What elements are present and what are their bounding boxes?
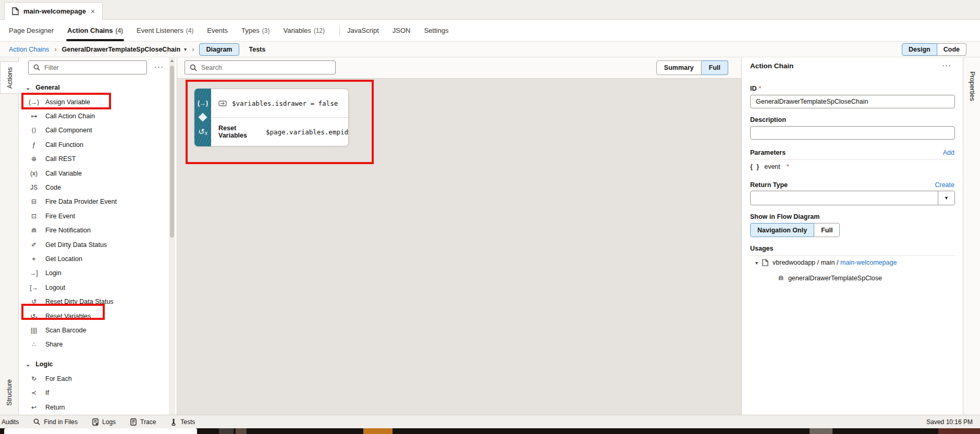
breadcrumb-chain-name[interactable]: GeneralDrawerTemplateSpCloseChain (62, 46, 180, 53)
canvas-search-field[interactable] (185, 60, 336, 75)
canvas-search-input[interactable] (201, 64, 321, 71)
section-general[interactable]: ⌄ General (19, 80, 168, 95)
chevron-down-icon[interactable]: ▼ (938, 191, 954, 205)
file-icon (12, 7, 19, 15)
usages-divider (750, 255, 955, 256)
sidebar-item-call-rest[interactable]: ⊕ Call REST (19, 152, 168, 166)
taskbar-search-pill[interactable] (4, 428, 197, 434)
logs-button[interactable]: Logs (92, 418, 116, 426)
action-item-label: If (45, 389, 49, 396)
trace-button[interactable]: Trace (130, 418, 156, 426)
usage-page-row[interactable]: ▾ vbredwoodapp / main / main-welcomepage (755, 259, 897, 266)
flow-diagram-label: Show in Flow Diagram (750, 213, 819, 220)
sidebar-item-code[interactable]: JS Code (19, 180, 168, 194)
create-type-link[interactable]: Create (935, 181, 954, 189)
share-icon: ∴ (28, 341, 40, 348)
sidebar-item-fire-event[interactable]: ⊡ Fire Event (19, 209, 168, 223)
close-icon[interactable]: × (91, 7, 95, 16)
diagram-canvas[interactable]: Summary Full (→) $variables.isdrawer = f… (177, 57, 741, 415)
properties-overflow-menu-icon[interactable]: ··· (942, 60, 951, 69)
diagram-view-button[interactable]: Diagram (199, 43, 239, 56)
flask-icon (170, 418, 177, 426)
usage-page-link[interactable]: main-welcomepage (840, 259, 897, 266)
sidebar-item-reset-dirty-data-status[interactable]: ↺ Reset Dirty Data Status (19, 294, 168, 308)
sidebar-item-get-dirty-data-status[interactable]: ✐ Get Dirty Data Status (19, 238, 168, 252)
section-logic[interactable]: ⌄ Logic (19, 357, 168, 371)
tab-javascript[interactable]: JavaScript (347, 20, 379, 41)
tab-variables[interactable]: Variables(12) (283, 20, 325, 41)
sidebar-item-get-location[interactable]: ⌖ Get Location (19, 252, 168, 266)
tests-button[interactable]: Tests (170, 418, 195, 426)
sidebar-item-call-action-chain[interactable]: ⊶ Call Action Chain (19, 109, 168, 123)
design-mode-button[interactable]: Design (902, 43, 937, 56)
filter-field[interactable] (28, 60, 147, 75)
breadcrumb-action-chains-link[interactable]: Action Chains (9, 46, 49, 53)
summary-toggle-button[interactable]: Summary (656, 60, 702, 75)
scrollbar-thumb[interactable] (170, 66, 174, 238)
sidebar-item-share[interactable]: ∴ Share (19, 338, 168, 352)
logout-icon: [→ (28, 284, 40, 291)
sidebar-item-return[interactable]: ↩ Return (19, 400, 168, 414)
panel-scrollbar[interactable] (169, 57, 175, 415)
sidebar-item-call-variable[interactable]: (x) Call Variable (19, 166, 168, 180)
full-flow-button[interactable]: Full (814, 223, 840, 237)
summary-full-toggle: Summary Full (656, 60, 728, 75)
tests-view-button[interactable]: Tests (242, 43, 273, 56)
properties-rail-tab[interactable]: Properties (963, 63, 980, 109)
notification-bell-icon: ⋒ (778, 274, 784, 282)
code-mode-button[interactable]: Code (937, 43, 966, 56)
tree-expand-caret-icon[interactable]: ▾ (755, 260, 758, 266)
audits-button[interactable]: Audits (2, 418, 19, 426)
full-toggle-button[interactable]: Full (702, 60, 728, 75)
reset-variables-node[interactable]: ↺ₓ Reset Variables $page.variables.empid (194, 117, 349, 146)
tab-action-chains[interactable]: Action Chains(4) (67, 20, 123, 41)
sidebar-item-fire-data-provider-event[interactable]: ⊟ Fire Data Provider Event (19, 195, 168, 209)
action-item-label: Share (45, 341, 63, 348)
get-location-pin-icon: ⌖ (28, 255, 40, 263)
tab-events[interactable]: Events (207, 20, 228, 41)
return-type-combobox[interactable]: ▼ (750, 191, 955, 205)
return-type-input[interactable] (751, 191, 938, 205)
sidebar-item-reset-variables[interactable]: ↺ₓ Reset Variables (19, 309, 168, 323)
sidebar-item-for-each[interactable]: ↻ For Each (19, 371, 168, 386)
navigation-only-button[interactable]: Navigation Only (750, 223, 814, 237)
action-item-label: Code (45, 184, 61, 191)
tab-settings[interactable]: Settings (424, 20, 448, 41)
assign-variable-node[interactable]: (→) $variables.isdrawer = false (194, 89, 349, 117)
palette-overflow-menu-icon[interactable]: ··· (152, 59, 166, 73)
sidebar-item-scan-barcode[interactable]: |||| Scan Barcode (19, 323, 168, 337)
sidebar-item-assign-variable[interactable]: (→) Assign Variable (19, 95, 168, 109)
event-parameter-row[interactable]: { } event * (750, 163, 789, 170)
description-input[interactable] (750, 126, 955, 140)
sidebar-item-call-function[interactable]: ƒ Call Function (19, 138, 168, 152)
id-input[interactable] (750, 95, 955, 108)
filter-input[interactable] (44, 64, 133, 71)
structure-rail-tab[interactable]: Structure (0, 374, 19, 411)
tab-types[interactable]: Types(3) (241, 20, 270, 41)
object-braces-icon: { } (750, 163, 760, 170)
tab-event-listeners[interactable]: Event Listeners(4) (137, 20, 193, 41)
find-in-files-button[interactable]: Find in Files (33, 418, 78, 426)
sidebar-item-if[interactable]: ≺ If (19, 386, 168, 400)
taskbar-segment (938, 428, 980, 434)
taskbar-segment (810, 428, 832, 434)
actions-rail-tab[interactable]: Actions (0, 61, 19, 94)
status-bar: Audits Find in Files Logs Trace Tests Sa… (0, 415, 980, 428)
sidebar-item-call-component[interactable]: ⟨⟩ Call Component (19, 123, 168, 138)
sidebar-item-fire-notification[interactable]: ⋒ Fire Notification (19, 224, 168, 238)
sidebar-item-login[interactable]: →] Login (19, 266, 168, 280)
add-parameter-link[interactable]: Add (943, 149, 954, 156)
document-tab-main-welcomepage[interactable]: main-welcomepage × (4, 2, 103, 20)
tab-page-designer[interactable]: Page Designer (9, 20, 54, 41)
call-rest-icon: ⊕ (28, 155, 40, 163)
login-icon: →] (28, 269, 40, 277)
chain-dropdown-caret-icon[interactable]: ▾ (184, 46, 187, 52)
usage-listener-row[interactable]: ⋒ generalDrawerTemplateSpClose (778, 274, 882, 282)
os-taskbar-sliver (0, 428, 980, 434)
sidebar-item-logout[interactable]: [→ Logout (19, 280, 168, 294)
taskbar-segment (236, 428, 247, 434)
action-item-label: Login (45, 269, 62, 277)
fire-event-icon: ⊡ (28, 213, 40, 220)
scroll-up-arrow-icon[interactable] (170, 59, 174, 62)
tab-json[interactable]: JSON (393, 20, 411, 41)
